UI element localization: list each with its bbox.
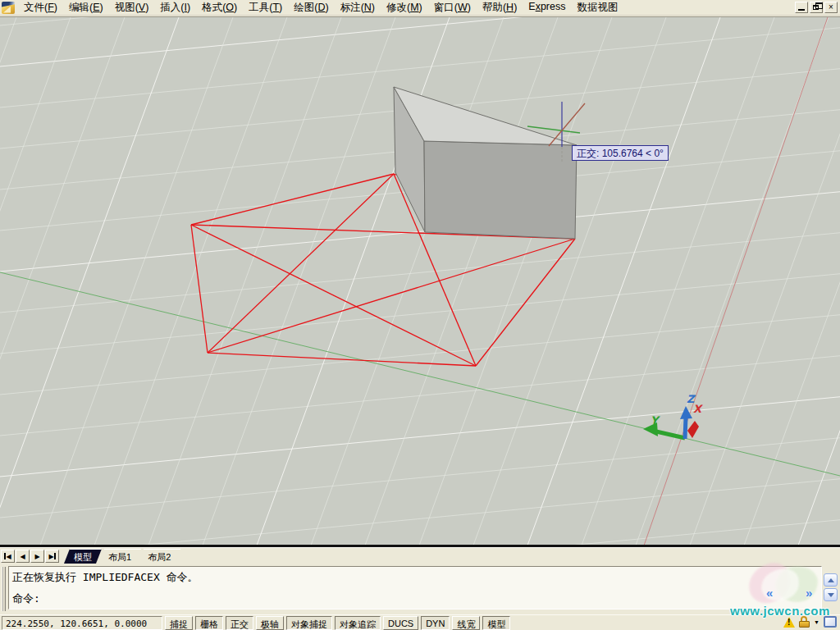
- tab-model[interactable]: 模型: [64, 549, 102, 564]
- tab-nav-next-button[interactable]: ▶: [30, 550, 44, 563]
- toggle-ducs-button[interactable]: DUCS: [383, 616, 418, 630]
- box-top-face: [394, 87, 577, 145]
- toggle-osnap-button[interactable]: 对象捕捉: [286, 616, 332, 630]
- tray-dropdown-icon[interactable]: ▼: [814, 619, 819, 625]
- dynamic-input-tooltip: 正交: 105.6764 < 0°: [572, 145, 669, 161]
- restore-button[interactable]: [810, 2, 823, 13]
- minimize-button[interactable]: [795, 2, 808, 13]
- svg-text:X: X: [693, 403, 704, 415]
- command-scroll-down-button[interactable]: [824, 588, 838, 601]
- layout-tab-row: ◀ ◀ ▶ ▶ 模型布局1布局2: [0, 547, 840, 564]
- command-window-grip[interactable]: [2, 567, 6, 611]
- command-scroll-up-button[interactable]: [824, 573, 838, 587]
- menu-bar: 文件(F)编辑(E)视图(V)插入(I)格式(O)工具(T)绘图(D)标注(N)…: [0, 0, 840, 16]
- menu-item-window[interactable]: 窗口(W): [428, 0, 477, 16]
- close-button[interactable]: ×: [824, 2, 838, 13]
- scroll-up-icon: [828, 578, 834, 582]
- drawing-canvas[interactable]: YZX 正交: 105.6764 < 0°: [0, 16, 840, 545]
- window-controls: ×: [795, 2, 840, 13]
- menu-item-format[interactable]: 格式(O): [196, 0, 243, 16]
- tab-nav-first-button[interactable]: ◀: [1, 550, 15, 563]
- toggle-dyn-button[interactable]: DYN: [421, 616, 450, 630]
- command-prompt-line[interactable]: 命令:: [12, 590, 818, 607]
- scene-svg: YZX: [0, 17, 840, 546]
- svg-text:Y: Y: [651, 414, 660, 427]
- clean-screen-icon[interactable]: [824, 616, 837, 628]
- command-history-line: 正在恢复执行 IMPLIEDFACEX 命令。: [12, 568, 818, 586]
- menu-items: 文件(F)编辑(E)视图(V)插入(I)格式(O)工具(T)绘图(D)标注(N)…: [18, 0, 623, 16]
- tab-layout1[interactable]: 布局1: [98, 549, 141, 564]
- toggle-polar-button[interactable]: 极轴: [256, 616, 284, 630]
- tab-layout2[interactable]: 布局2: [138, 549, 180, 564]
- command-window: 正在恢复执行 IMPLIEDFACEX 命令。 命令:: [0, 564, 840, 614]
- menu-item-view[interactable]: 视图(V): [109, 0, 155, 16]
- menu-item-file[interactable]: 文件(F): [18, 0, 63, 16]
- toggle-snap-button[interactable]: 捕捉: [165, 616, 193, 630]
- menu-item-insert[interactable]: 插入(I): [154, 0, 196, 16]
- box-front-face: [424, 141, 577, 239]
- menu-item-draw[interactable]: 绘图(D): [288, 0, 334, 16]
- menu-item-modify[interactable]: 修改(M): [381, 0, 428, 16]
- menu-item-edit[interactable]: 编辑(E): [63, 0, 109, 16]
- status-bar: 224.2550, 120.6651, 0.0000 捕捉栅格正交极轴对象捕捉对…: [0, 614, 840, 630]
- menu-item-tools[interactable]: 工具(T): [243, 0, 288, 16]
- minimize-icon: [798, 9, 805, 11]
- toggle-grid-button[interactable]: 栅格: [195, 616, 223, 630]
- tab-nav-last-button[interactable]: ▶: [45, 550, 59, 563]
- menu-item-help[interactable]: 帮助(H): [477, 0, 523, 16]
- tabs-container: 模型布局1布局2: [59, 549, 180, 564]
- tab-nav-prev-button[interactable]: ◀: [16, 550, 30, 563]
- restore-icon: [813, 5, 819, 10]
- toggle-otrack-button[interactable]: 对象追踪: [335, 616, 381, 630]
- lock-icon[interactable]: [799, 616, 810, 628]
- menu-item-dimension[interactable]: 标注(N): [335, 0, 381, 16]
- menu-item-dataview[interactable]: 数据视图: [571, 0, 623, 16]
- status-tray: ▼: [783, 616, 837, 628]
- coordinate-display[interactable]: 224.2550, 120.6651, 0.0000: [2, 616, 162, 630]
- status-toggles: 捕捉栅格正交极轴对象捕捉对象追踪DUCSDYN线宽模型: [162, 616, 510, 630]
- toggle-model-button[interactable]: 模型: [482, 616, 510, 630]
- toggle-lwt-button[interactable]: 线宽: [452, 616, 480, 630]
- toggle-ortho-button[interactable]: 正交: [226, 616, 253, 630]
- command-text-area[interactable]: 正在恢复执行 IMPLIEDFACEX 命令。 命令:: [8, 566, 822, 609]
- autocad-app-icon[interactable]: [2, 2, 15, 14]
- gray-3d-box[interactable]: [394, 87, 577, 239]
- menu-item-express[interactable]: Express: [523, 0, 571, 16]
- scroll-down-icon: [828, 593, 834, 597]
- warning-icon[interactable]: [783, 617, 795, 628]
- y-axis-line: [0, 272, 840, 476]
- lock-body: [799, 621, 810, 628]
